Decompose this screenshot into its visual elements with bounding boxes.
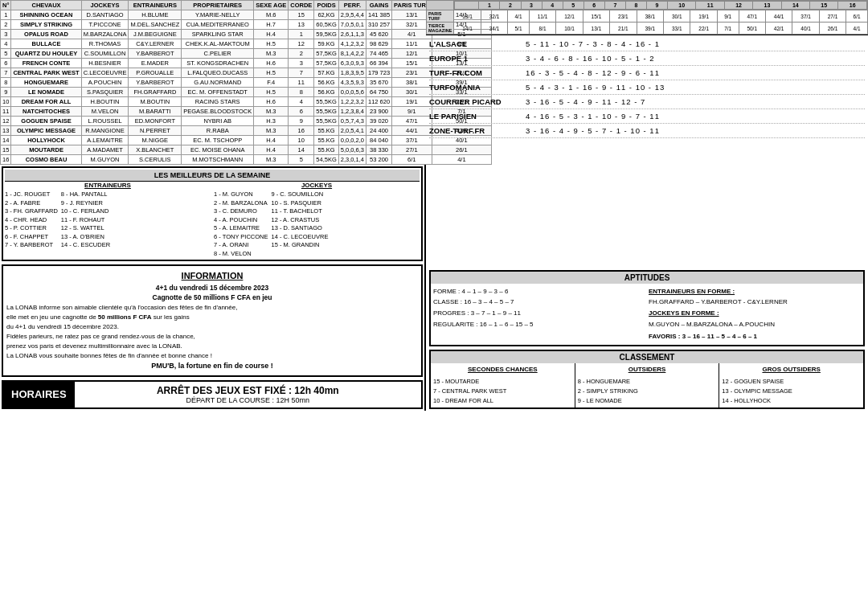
trainers-left-list: 1 - JC. ROUGET2 - A. FABRE3 - FH. GRAFFA…	[5, 190, 58, 250]
jockey-item: 13 - D. SANTIAGO	[272, 224, 329, 233]
col-header-poids: POIDS	[314, 1, 338, 10]
table-cell-6: 15	[289, 10, 314, 20]
table-cell-6: 8	[289, 88, 314, 97]
table-cell-4: ST. KONGSDRACHEN	[182, 59, 254, 68]
table-cell-3: M.NIGGE	[129, 136, 182, 145]
prono-row: ZONE-TURF.FR3 - 16 - 4 - 9 - 5 - 7 - 1 -…	[429, 126, 865, 138]
prono-numbers: 3 - 16 - 4 - 9 - 5 - 7 - 1 - 10 - 11	[526, 126, 660, 135]
apt-jockeys-title: JOCKEYS EN FORME :	[649, 308, 861, 319]
table-cell-7: 55,5KG	[314, 107, 338, 117]
grid-cell-paris-turf: 11/1	[529, 10, 555, 23]
jockey-item: 14 - C. LECOEUVRE	[272, 233, 329, 242]
table-cell-9: 141 385	[366, 10, 391, 20]
table-cell-8: 2,9,5,4,4	[338, 10, 366, 20]
apt-forme: FORME : 4 – 1 – 9 – 3 – 6	[433, 286, 645, 297]
prono-row: TURFOMANIA5 - 4 - 3 - 1 - 16 - 9 - 11 - …	[429, 83, 865, 95]
table-cell-7: 62,KG	[314, 10, 338, 20]
table-cell-8: 4,1,2,3,2	[338, 39, 366, 49]
grid-col-15: 15	[810, 2, 838, 10]
grid-row-tierce-header: TIERCE MAGAZINE	[427, 23, 454, 35]
table-cell-2: C.SOUMILLON	[81, 49, 129, 59]
grid-corner-header	[427, 1, 454, 10]
table-cell-1: HONGUEMARE	[11, 78, 81, 88]
table-cell-2: M.VELON	[81, 107, 129, 117]
table-row: 14HOLLYHOCKA.LEMAITREM.NIGGEEC. M. TSCHO…	[1, 136, 492, 145]
info-body4: Fidèles parieurs, ne ratez pas ce grand …	[6, 333, 195, 340]
prono-source: ZONE-TURF.FR	[429, 126, 526, 135]
table-cell-4: Y.MARIE-NELLY	[182, 10, 254, 20]
grid-cell-paris-turf: 44/1	[765, 10, 792, 23]
table-cell-0: 10	[1, 97, 11, 107]
table-cell-5: M.3	[254, 155, 289, 165]
table-cell-9: 53 200	[366, 155, 391, 165]
table-row: 6FRENCH CONTEH.BESNIERE.MADERST. KONGSDR…	[1, 59, 492, 68]
grid-cell-tierce: 22/1	[690, 23, 717, 35]
table-cell-3: FH.GRAFFARD	[129, 88, 182, 97]
table-cell-4: RACING STARS	[182, 97, 254, 107]
grid-row-tierce: TIERCE MAGAZINE14/134/15/18/110/113/121/…	[427, 23, 868, 35]
apt-progres: PROGRES : 3 – 7 – 1 – 9 – 11	[433, 308, 645, 319]
jockey-item: 5 - A. LEMAITRE	[214, 224, 268, 233]
table-cell-6: 6	[289, 107, 314, 117]
table-cell-5: M.3	[254, 126, 289, 136]
table-cell-1: SHINNING OCEAN	[11, 10, 81, 20]
prono-row: EUROPE 13 - 4 - 6 - 8 - 16 - 10 - 5 - 1 …	[429, 54, 865, 66]
pronostics-list: L'ALSACE5 - 11 - 10 - 7 - 3 - 8 - 4 - 16…	[429, 37, 865, 141]
table-row: 13OLYMPIC MESSAGER.MANGIONEN.PERRETR.RAB…	[1, 126, 492, 136]
table-cell-4: R.RABA	[182, 126, 254, 136]
grid-col-12: 12	[724, 2, 752, 10]
jockey-item: 4 - A. POUCHIN	[214, 216, 268, 225]
class-col: GROS OUTSIDERS12 - GOGUEN SPAISE13 - OLY…	[719, 363, 863, 407]
table-cell-7: 55.KG	[314, 126, 338, 136]
table-cell-0: 2	[1, 20, 11, 30]
grid-cell-paris-turf: 23/1	[610, 10, 637, 23]
table-cell-1: DREAM FOR ALL	[11, 97, 81, 107]
horaires-label: HORAIRES	[3, 382, 75, 407]
table-cell-6: 5	[289, 155, 314, 165]
table-cell-9: 179 723	[366, 68, 391, 78]
grid-cell-tierce: 13/1	[583, 23, 609, 35]
col-header-perf: PERF.	[338, 1, 366, 10]
table-cell-1: GOGUEN SPAISE	[11, 117, 81, 126]
trainer-item: 3 - FH. GRAFFARD	[5, 207, 58, 216]
table-row: 12GOGUEN SPAISEL.ROUSSELED.MONFORTNYBRI …	[1, 117, 492, 126]
table-cell-9: 45 620	[366, 30, 391, 39]
jockey-item: 7 - A. ORANI	[214, 241, 268, 250]
grid-cell-tierce: 34/1	[481, 23, 507, 35]
grid-cell-tierce: 21/1	[610, 23, 637, 35]
table-cell-9: 24 400	[366, 126, 391, 136]
table-cell-4: L.FALQUEO.DUCASS	[182, 68, 254, 78]
grid-col-13: 13	[753, 2, 781, 10]
meilleurs-title: LES MEILLEURS DE LA SEMAINE	[5, 170, 420, 182]
apt-entraineurs: FH.GRAFFARD – Y.BARBEROT - C&Y.LERNER	[649, 297, 861, 308]
apt-jockeys: M.GUYON – M.BARZALONA – A.POUCHIN	[649, 319, 861, 330]
trainer-item: 8 - HA. PANTALL	[61, 190, 110, 199]
grid-col-11: 11	[696, 2, 724, 10]
table-row: 16COSMO BEAUM.GUYONS.CERULISM.MOTSCHMANN…	[1, 155, 492, 165]
grid-cell-paris-turf: 12/1	[556, 10, 583, 23]
table-cell-4: EC. M. TSCHOPP	[182, 136, 254, 145]
table-cell-9: 98 629	[366, 39, 391, 49]
info-body1: La LONAB informe son aimable clientèle q…	[6, 304, 237, 311]
table-row: 4BULLACER.THOMASC&Y.LERNERCHEK.K.AL-MAKT…	[1, 39, 492, 49]
jockey-item: 8 - M. VELON	[214, 250, 268, 259]
aptitudes-body: FORME : 4 – 1 – 9 – 3 – 6 CLASSE : 16 – …	[431, 284, 863, 345]
grid-col-3: 3	[521, 2, 542, 10]
table-cell-1: MOUTARDE	[11, 145, 81, 155]
prono-source: TURFOMANIA	[429, 83, 526, 92]
table-row: 15MOUTARDEA.MADAMETX.BLANCHETEC. MOISE O…	[1, 145, 492, 155]
grid-cell-tierce: 42/1	[765, 23, 792, 35]
table-cell-2: A.POUCHIN	[81, 78, 129, 88]
table-cell-3: M.BOUTIN	[129, 97, 182, 107]
grid-cell-tierce: 39/1	[637, 23, 663, 35]
table-cell-7: 60,5KG	[314, 20, 338, 30]
table-cell-7: 56.KG	[314, 88, 338, 97]
jockey-item: 3 - C. DEMURO	[214, 207, 268, 216]
col-header-sexe: SEXE AGE	[254, 1, 289, 10]
table-cell-1: OLYMPIC MESSAGE	[11, 126, 81, 136]
table-cell-4: SPARKLING STAR	[182, 30, 254, 39]
grid-col-5: 5	[563, 2, 583, 10]
grid-col-1: 1	[479, 2, 500, 10]
grid-cell-paris-turf: 4/1	[508, 10, 530, 23]
horaires-content: ARRÊT DES JEUX EST FIXÉ : 12h 40mn DÉPAR…	[75, 382, 421, 407]
